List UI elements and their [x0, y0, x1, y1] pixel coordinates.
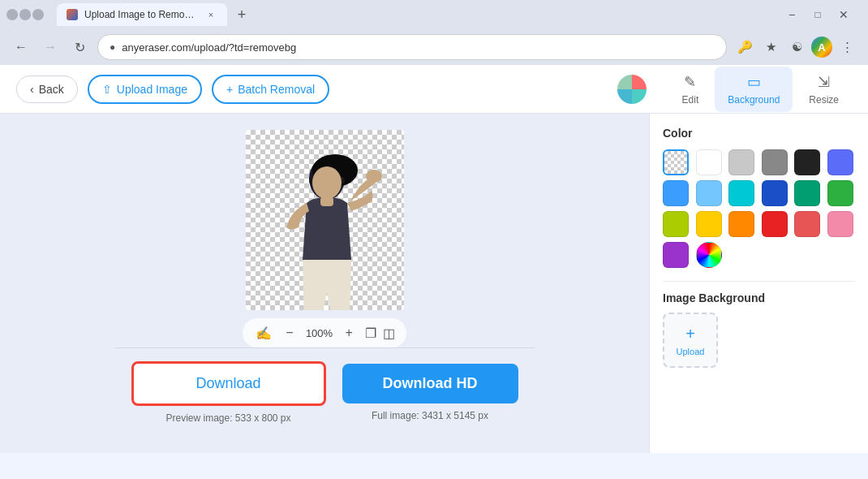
- maximize-button[interactable]: □: [19, 9, 31, 20]
- color-swatch-cyan[interactable]: [728, 180, 754, 206]
- tab-favicon: [67, 9, 78, 20]
- color-swatch-yellow-green[interactable]: [663, 211, 689, 237]
- person-image: [246, 130, 404, 310]
- color-grid: [663, 149, 855, 268]
- avatar[interactable]: [617, 75, 647, 104]
- color-swatch-black[interactable]: [794, 149, 820, 175]
- download-button[interactable]: Download: [131, 361, 326, 406]
- color-swatch-coral[interactable]: [794, 211, 820, 237]
- tab-close-button[interactable]: ×: [204, 8, 217, 21]
- menu-icon[interactable]: ⋮: [836, 36, 858, 58]
- color-swatch-green[interactable]: [827, 180, 853, 206]
- download-label: Download: [196, 375, 260, 391]
- back-label: Back: [39, 83, 64, 96]
- fullscreen-icon[interactable]: ❐: [365, 326, 376, 341]
- browser-tab[interactable]: Upload Image to Remove Bg ×: [57, 3, 227, 26]
- minimize-button[interactable]: −: [6, 9, 18, 20]
- image-container: [246, 130, 404, 310]
- right-panel: Color: [649, 114, 868, 453]
- canvas-area: ✍ − 100% + ❐ ◫ Download Preview image: 5…: [0, 114, 649, 453]
- color-swatch-navy[interactable]: [762, 180, 788, 206]
- extensions-icon[interactable]: ☯: [785, 36, 808, 58]
- zoom-controls: ✍ − 100% + ❐ ◫: [243, 318, 406, 347]
- window-close-button[interactable]: ✕: [832, 3, 855, 26]
- color-swatch-white[interactable]: [696, 149, 722, 175]
- resize-tab-label: Resize: [809, 94, 839, 106]
- color-swatch-transparent[interactable]: [663, 149, 689, 175]
- title-bar: − □ × Upload Image to Remove Bg × + − □ …: [0, 0, 868, 29]
- upload-bg-label: Upload: [677, 347, 705, 356]
- upload-image-button[interactable]: ⇧ Upload Image: [88, 75, 202, 104]
- color-swatch-blue[interactable]: [827, 149, 853, 175]
- image-bg-title: Image Background: [663, 291, 855, 304]
- app-container: ‹ Back ⇧ Upload Image + Batch Removal ✎ …: [0, 65, 868, 453]
- back-button[interactable]: ←: [10, 36, 32, 58]
- pan-tool-icon[interactable]: ✍: [254, 323, 273, 343]
- back-chevron-icon: ‹: [30, 83, 34, 96]
- color-swatch-teal[interactable]: [794, 180, 820, 206]
- browser-chrome: − □ × Upload Image to Remove Bg × + − □ …: [0, 0, 868, 65]
- background-tab-label: Background: [728, 94, 780, 106]
- color-swatch-yellow[interactable]: [696, 211, 722, 237]
- svg-point-5: [312, 166, 342, 199]
- main-content: ✍ − 100% + ❐ ◫ Download Preview image: 5…: [0, 114, 868, 453]
- back-button[interactable]: ‹ Back: [16, 76, 78, 103]
- profile-icon[interactable]: A: [811, 37, 832, 58]
- panel-divider: [663, 281, 855, 282]
- tab-resize[interactable]: ⇲ Resize: [796, 67, 852, 112]
- address-bar[interactable]: ● anyeraser.com/upload/?td=removebg: [97, 34, 727, 60]
- upload-bg-plus-icon: +: [685, 325, 695, 343]
- address-text: anyeraser.com/upload/?td=removebg: [122, 41, 715, 54]
- image-bg-section: Image Background + Upload: [663, 291, 855, 368]
- color-swatch-light-gray[interactable]: [728, 149, 754, 175]
- window-controls: − □ ×: [6, 9, 44, 20]
- edit-icon: ✎: [684, 73, 696, 91]
- tab-background[interactable]: ▭ Background: [715, 67, 793, 112]
- upload-icon: ⇧: [102, 83, 112, 96]
- upload-label: Upload Image: [117, 83, 187, 96]
- resize-icon: ⇲: [818, 73, 830, 91]
- panel-tabs: ✎ Edit ▭ Background ⇲ Resize: [669, 67, 852, 112]
- color-swatch-orange[interactable]: [728, 211, 754, 237]
- color-swatch-pink[interactable]: [827, 211, 853, 237]
- color-swatch-purple[interactable]: [663, 242, 689, 268]
- color-swatch-red[interactable]: [762, 211, 788, 237]
- reload-button[interactable]: ↻: [68, 36, 91, 58]
- bookmark-icon[interactable]: ★: [759, 36, 782, 58]
- forward-button[interactable]: →: [39, 36, 62, 58]
- download-hd-label: Download HD: [383, 375, 478, 391]
- edit-tab-label: Edit: [682, 94, 699, 106]
- window-minimize-button[interactable]: −: [780, 3, 803, 26]
- close-button[interactable]: ×: [32, 9, 44, 20]
- svg-point-3: [366, 170, 382, 183]
- batch-removal-button[interactable]: + Batch Removal: [212, 75, 329, 104]
- batch-label: Batch Removal: [238, 83, 315, 96]
- plus-icon: +: [226, 83, 233, 96]
- nav-bar: ← → ↻ ● anyeraser.com/upload/?td=removeb…: [0, 29, 868, 65]
- upload-background-button[interactable]: + Upload: [663, 313, 718, 368]
- new-tab-button[interactable]: +: [230, 3, 253, 26]
- color-swatch-bright-blue[interactable]: [663, 180, 689, 206]
- nav-icons: 🔑 ★ ☯ A ⋮: [733, 36, 858, 58]
- zoom-level: 100%: [306, 327, 333, 339]
- full-info: Full image: 3431 x 5145 px: [372, 410, 488, 421]
- background-icon: ▭: [747, 73, 761, 91]
- address-security-icon: ●: [110, 41, 115, 53]
- split-view-icon[interactable]: ◫: [383, 326, 395, 341]
- tab-bar: Upload Image to Remove Bg × +: [50, 2, 260, 28]
- color-section-title: Color: [663, 127, 855, 140]
- toolbar: ‹ Back ⇧ Upload Image + Batch Removal ✎ …: [0, 65, 868, 114]
- color-swatch-gradient[interactable]: [696, 242, 722, 268]
- color-swatch-dark-gray[interactable]: [762, 149, 788, 175]
- tab-title: Upload Image to Remove Bg: [84, 9, 198, 20]
- bottom-bar: Download Preview image: 533 x 800 px Dow…: [115, 347, 535, 437]
- transparent-background: [246, 130, 404, 310]
- zoom-out-button[interactable]: −: [280, 323, 299, 343]
- preview-info: Preview image: 533 x 800 px: [165, 412, 290, 424]
- tab-edit[interactable]: ✎ Edit: [669, 67, 712, 112]
- window-restore-button[interactable]: □: [806, 3, 829, 26]
- color-swatch-sky-blue[interactable]: [696, 180, 722, 206]
- password-icon[interactable]: 🔑: [733, 36, 756, 58]
- zoom-in-button[interactable]: +: [339, 323, 359, 343]
- download-hd-button[interactable]: Download HD: [342, 364, 518, 403]
